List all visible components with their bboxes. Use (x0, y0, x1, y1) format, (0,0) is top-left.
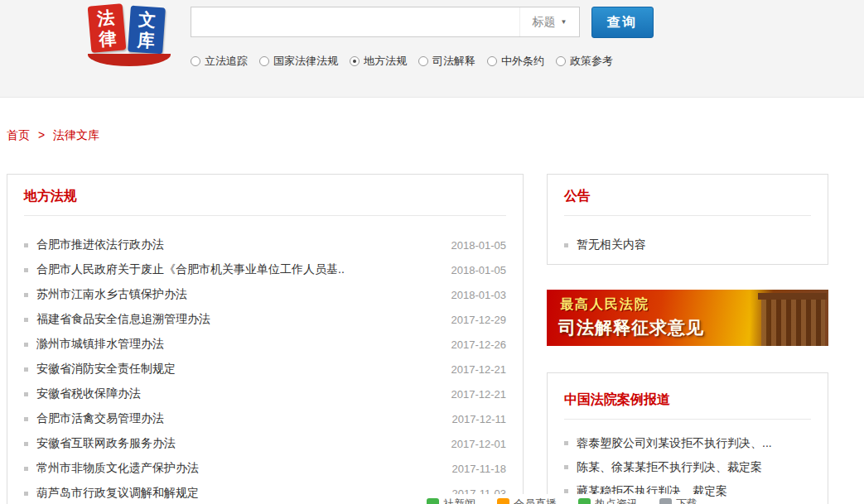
radio-label: 中外条约 (501, 54, 544, 69)
law-list-item: 常州市非物质文化遗产保护办法2017-11-18 (24, 456, 506, 481)
law-date: 2017-12-21 (451, 363, 507, 376)
law-title-link[interactable]: 福建省食品安全信息追溯管理办法 (36, 312, 442, 327)
logo-book-base-icon (88, 54, 171, 66)
logo-char: 库 (128, 29, 164, 52)
bullet-icon (564, 489, 568, 493)
banner-line1: 最高人民法院 (560, 296, 649, 314)
breadcrumb-separator: > (38, 128, 45, 142)
radio-label: 政策参考 (570, 54, 613, 69)
search-box: 标题 ▼ (191, 7, 580, 37)
radio-treaties[interactable]: 中外条约 (487, 54, 544, 69)
search-category-radios: 立法追踪国家法律法规地方法规司法解释中外条约政策参考 (191, 53, 613, 70)
footer-toolbar: 社新闻会员直播热点资讯下载 (418, 494, 706, 504)
law-title-link[interactable]: 葫芦岛市行政复议调解和解规定 (36, 486, 442, 501)
law-title-link[interactable]: 安徽省税收保障办法 (36, 386, 442, 401)
footer-item[interactable]: 热点资讯 (578, 497, 638, 504)
radio-legislation-tracking[interactable]: 立法追踪 (191, 54, 248, 69)
page-header: 法 律 文 库 标题 ▼ 查询 立法追踪国家法律法规地方法规司法解释中外条约政策… (0, 0, 864, 98)
radio-label: 地方法规 (364, 54, 407, 69)
bullet-icon (24, 467, 28, 471)
search-field-selector[interactable]: 标题 ▼ (519, 7, 579, 36)
law-title-link[interactable]: 安徽省消防安全责任制规定 (36, 362, 442, 377)
announcement-empty-text: 暂无相关内容 (577, 238, 646, 252)
law-title-link[interactable]: 合肥市人民政府关于废止《合肥市机关事业单位工作人员基.. (36, 262, 442, 277)
radio-label: 立法追踪 (205, 54, 248, 69)
bullet-icon (24, 442, 28, 446)
courthouse-image (750, 290, 828, 346)
radio-circle-icon[interactable] (556, 56, 566, 66)
radio-policy-reference[interactable]: 政策参考 (556, 54, 613, 69)
local-regulations-panel: 地方法规 合肥市推进依法行政办法2018-01-05合肥市人民政府关于废止《合肥… (7, 174, 524, 504)
bullet-icon (564, 465, 568, 469)
news-icon (427, 498, 439, 504)
bullet-icon (564, 441, 568, 445)
case-title-link[interactable]: 蓉泰塑胶公司刘某设拒不执行判决、... (577, 436, 772, 451)
logo-char: 法 (88, 6, 124, 30)
radio-judicial-interpretations[interactable]: 司法解释 (418, 54, 475, 69)
law-date: 2017-12-29 (451, 314, 507, 326)
radio-circle-icon[interactable] (487, 56, 497, 66)
case-list-item: 蓉泰塑胶公司刘某设拒不执行判决、... (564, 431, 811, 455)
site-logo[interactable]: 法 律 文 库 (86, 3, 174, 66)
law-title-link[interactable]: 苏州市江南水乡古镇保护办法 (36, 287, 442, 302)
law-list-item: 合肥市推进依法行政办法2018-01-05 (24, 233, 506, 257)
bullet-icon (24, 293, 28, 297)
footer-item[interactable]: 下载 (659, 497, 697, 504)
radio-label: 司法解释 (432, 54, 475, 69)
search-button[interactable]: 查询 (591, 7, 654, 38)
chevron-down-icon: ▼ (561, 18, 567, 26)
law-date: 2017-12-21 (451, 388, 507, 401)
case-list-item: 陈某、徐某某拒不执行判决、裁定案 (564, 455, 811, 479)
hot-icon (578, 498, 591, 504)
supreme-court-banner[interactable]: 最高人民法院 司法解释征求意见 (547, 290, 828, 346)
law-title-link[interactable]: 合肥市活禽交易管理办法 (36, 411, 442, 426)
case-list: 蓉泰塑胶公司刘某设拒不执行判决、...陈某、徐某某拒不执行判决、裁定案藏某稳拒不… (548, 420, 828, 503)
law-title-link[interactable]: 合肥市推进依法行政办法 (36, 238, 442, 252)
footer-item[interactable]: 社新闻 (427, 497, 475, 504)
breadcrumb-current: 法律文库 (53, 128, 99, 142)
law-title-link[interactable]: 常州市非物质文化遗产保护办法 (36, 461, 442, 476)
footer-item-label: 下载 (676, 497, 697, 504)
radio-circle-icon[interactable] (191, 56, 200, 66)
bullet-icon (24, 417, 28, 421)
bullet-icon (564, 243, 568, 247)
logo-char: 律 (89, 26, 126, 50)
law-date: 2018-01-05 (451, 264, 507, 276)
law-date: 2017-12-26 (451, 338, 507, 351)
law-date: 2017-11-18 (451, 463, 506, 475)
announcement-panel: 公告 暂无相关内容 (547, 174, 828, 265)
radio-local-regulations[interactable]: 地方法规 (350, 54, 407, 69)
law-title-link[interactable]: 滁州市城镇排水管理办法 (36, 337, 442, 352)
search-input[interactable] (191, 7, 519, 36)
panel-title: 公告 (548, 175, 828, 215)
law-list-item: 福建省食品安全信息追溯管理办法2017-12-29 (24, 307, 506, 332)
footer-item[interactable]: 会员直播 (497, 497, 557, 504)
law-list-item: 安徽省税收保障办法2017-12-21 (24, 382, 506, 406)
panel-title: 中国法院案例报道 (548, 373, 828, 419)
radio-circle-icon[interactable] (418, 56, 428, 66)
bullet-icon (24, 392, 28, 396)
law-list-item: 苏州市江南水乡古镇保护办法2018-01-03 (24, 282, 506, 307)
law-list-item: 滁州市城镇排水管理办法2017-12-26 (24, 332, 506, 357)
breadcrumb: 首页 > 法律文库 (7, 128, 99, 143)
law-title-link[interactable]: 安徽省互联网政务服务办法 (36, 436, 442, 451)
law-list-item: 合肥市人民政府关于废止《合肥市机关事业单位工作人员基..2018-01-05 (24, 257, 506, 282)
radio-circle-icon[interactable] (350, 56, 360, 66)
bullet-icon (24, 268, 28, 272)
radio-circle-icon[interactable] (259, 56, 269, 66)
bullet-icon (24, 243, 28, 247)
case-title-link[interactable]: 陈某、徐某某拒不执行判决、裁定案 (577, 460, 762, 475)
law-date: 2018-01-03 (451, 289, 507, 301)
breadcrumb-home-link[interactable]: 首页 (7, 128, 30, 142)
live-icon (497, 498, 509, 504)
radio-national-laws[interactable]: 国家法律法规 (259, 54, 338, 69)
law-list-item: 安徽省互联网政务服务办法2017-12-01 (24, 431, 506, 456)
law-date: 2018-01-05 (451, 239, 507, 252)
law-date: 2017-12-11 (451, 413, 506, 425)
court-cases-panel: 中国法院案例报道 蓉泰塑胶公司刘某设拒不执行判决、...陈某、徐某某拒不执行判决… (547, 372, 828, 504)
announcement-empty-item: 暂无相关内容 (548, 216, 828, 252)
logo-char: 文 (129, 8, 166, 31)
bullet-icon (24, 492, 28, 496)
bullet-icon (24, 318, 28, 322)
search-field-label: 标题 (533, 15, 556, 30)
